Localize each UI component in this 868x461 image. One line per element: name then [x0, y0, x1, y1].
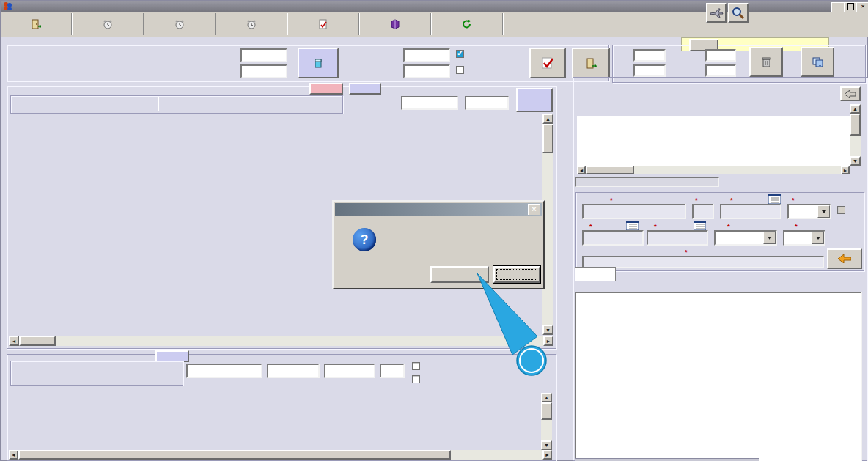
scroll-left-icon[interactable]: ◄ — [9, 336, 19, 346]
wo-tree — [575, 292, 862, 461]
dropdown-arrow-icon[interactable] — [763, 232, 776, 244]
toolbar-refresh-button[interactable] — [435, 12, 499, 37]
scroll-thumb[interactable] — [541, 402, 552, 420]
scroll-down-icon[interactable]: ▼ — [541, 440, 552, 450]
calendar-icon — [626, 221, 639, 230]
wp-date-field[interactable] — [720, 204, 781, 219]
filter-trt-input[interactable] — [380, 364, 405, 378]
sta-dropdown[interactable] — [783, 230, 825, 246]
close-panel-button[interactable] — [572, 48, 610, 78]
tab-scroll-left-button[interactable] — [840, 86, 861, 101]
show-all-check[interactable] — [412, 362, 423, 370]
checkbox[interactable] — [412, 362, 420, 370]
scroll-up-icon[interactable]: ▲ — [541, 393, 552, 402]
work-package-editor-group: ▲ ▼ ◄ ► — [573, 77, 867, 461]
scroll-up-icon[interactable]: ▲ — [850, 104, 861, 114]
search-tool-button[interactable] — [728, 3, 749, 23]
scroll-up-icon[interactable]: ▲ — [542, 114, 553, 124]
fh-field[interactable] — [633, 49, 666, 62]
yes-button[interactable] — [430, 266, 489, 283]
calc-avg-fh-field[interactable] — [240, 48, 287, 62]
scroll-left-icon[interactable]: ◄ — [577, 166, 586, 174]
scroll-thumb[interactable] — [18, 450, 451, 460]
calendar-icon — [768, 194, 781, 204]
found-status — [575, 177, 719, 187]
mro-code-label — [727, 222, 730, 230]
toolbar-datavalidation-button[interactable] — [291, 12, 356, 37]
toolbar-separator — [143, 13, 144, 35]
scroll-down-icon[interactable]: ▼ — [542, 325, 553, 335]
apply-calculated-check[interactable] — [456, 50, 467, 58]
fix-avg-fc-field[interactable] — [403, 64, 450, 78]
issued-by-dropdown[interactable] — [787, 204, 831, 219]
filter-ipc-input[interactable] — [186, 364, 262, 378]
scroll-right-icon[interactable]: ► — [841, 166, 850, 174]
toolbar-forecastspare-button[interactable] — [219, 12, 284, 37]
scroll-thumb[interactable] — [850, 114, 861, 136]
toolbar-close-button[interactable] — [4, 12, 68, 37]
scroll-thumb[interactable] — [19, 336, 56, 346]
scroll-thumb[interactable] — [586, 166, 634, 174]
no-button[interactable] — [493, 266, 540, 283]
clock-icon — [246, 18, 257, 29]
ac-reset-button[interactable] — [349, 83, 381, 95]
wp-desc-field[interactable] — [582, 256, 824, 268]
filter-sn-input[interactable] — [324, 364, 375, 378]
close-window-button[interactable]: × — [856, 2, 868, 12]
calc-avg-fc-field[interactable] — [240, 64, 287, 78]
back-open-button[interactable] — [827, 248, 862, 269]
comp-vscrollbar[interactable]: ▲ ▼ — [541, 393, 552, 450]
mro-code-dropdown[interactable] — [714, 230, 777, 246]
checkbox[interactable] — [412, 375, 420, 383]
toolbar-forecastcomp-button[interactable] — [147, 12, 212, 37]
fix-avg-fh-field[interactable] — [403, 48, 450, 62]
ac-hscrollbar[interactable]: ◄ ► — [9, 336, 553, 346]
plan-date-field[interactable] — [582, 230, 644, 246]
show-counts-check[interactable] — [412, 375, 423, 383]
apply-button[interactable] — [529, 48, 566, 78]
minimize-button[interactable] — [831, 2, 845, 12]
comp-hscrollbar[interactable]: ◄ ► — [9, 450, 552, 460]
ac-radio-frame — [10, 95, 343, 114]
checkbox[interactable] — [456, 50, 464, 58]
sta-label — [795, 222, 798, 230]
scroll-left-icon[interactable]: ◄ — [9, 450, 18, 460]
toolbar-help-button[interactable] — [363, 12, 427, 37]
save-avg-button[interactable] — [801, 47, 834, 77]
scroll-down-icon[interactable]: ▼ — [850, 156, 861, 166]
finish-date-field[interactable] — [647, 230, 708, 246]
scroll-right-icon[interactable]: ► — [542, 450, 552, 460]
dropdown-arrow-icon[interactable] — [812, 232, 824, 244]
wp-number-field[interactable] — [582, 204, 686, 219]
scroll-right-icon[interactable]: ► — [543, 336, 553, 346]
filter-pn-input[interactable] — [267, 364, 320, 378]
filter-id-input[interactable] — [401, 96, 458, 110]
rev-label — [695, 196, 698, 204]
delete-avg-button[interactable] — [749, 47, 783, 77]
filter-wp-input[interactable] — [465, 96, 509, 110]
toolbar-forecast-button[interactable] — [76, 12, 140, 37]
dropdown-arrow-icon[interactable] — [817, 205, 830, 218]
rev-field[interactable] — [692, 204, 714, 219]
restore-icon — [847, 3, 854, 10]
wp-date-label — [730, 196, 733, 204]
wp-hscrollbar[interactable]: ◄ ► — [577, 166, 850, 174]
apu-fc-field[interactable] — [705, 64, 736, 77]
calculate-button[interactable] — [298, 48, 339, 78]
plan-date-calendar-button[interactable] — [626, 221, 639, 230]
fc-field[interactable] — [633, 64, 666, 77]
wp-vscrollbar[interactable]: ▲ ▼ — [850, 104, 861, 166]
dialog-close-icon[interactable]: × — [528, 204, 540, 215]
scroll-thumb[interactable] — [542, 124, 553, 153]
apu-fh-field[interactable] — [705, 49, 736, 62]
wo-details-box — [575, 267, 616, 281]
wp-date-calendar-button[interactable] — [768, 194, 781, 204]
aircraft-tool-button[interactable] — [706, 3, 727, 23]
apply-fixed-check[interactable] — [456, 66, 467, 74]
restore-button[interactable] — [844, 2, 857, 12]
checkbox[interactable] — [456, 66, 464, 74]
dialog-title-bar[interactable]: × — [335, 203, 542, 216]
finish-date-calendar-button[interactable] — [694, 221, 706, 230]
colmns-button[interactable] — [309, 83, 343, 95]
wp-button[interactable] — [516, 88, 553, 112]
